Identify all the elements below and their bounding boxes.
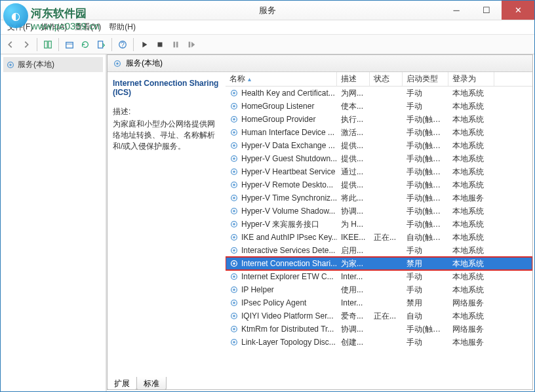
service-row[interactable]: Hyper-V Volume Shadow...协调...手动(触发...本地系…: [226, 205, 532, 218]
service-start-type: 禁用: [403, 298, 448, 309]
svg-rect-2: [66, 42, 73, 48]
help-button[interactable]: ?: [115, 37, 130, 52]
menu-action[interactable]: 操作(A): [38, 20, 69, 34]
svg-rect-8: [174, 41, 176, 47]
service-logon: 本地系统: [448, 206, 494, 217]
detail-desc-label: 描述:: [113, 106, 220, 117]
gear-icon: [229, 311, 239, 321]
service-row[interactable]: KtmRm for Distributed Tr...协调...手动(触发...…: [226, 323, 532, 336]
maximize-button[interactable]: ☐: [471, 1, 502, 20]
gear-icon: [113, 59, 122, 68]
svg-point-36: [233, 223, 235, 225]
service-start-type: 手动(触发...: [403, 127, 448, 138]
properties-button[interactable]: [62, 37, 77, 52]
service-row[interactable]: Interactive Services Dete...启用...手动本地系统: [226, 244, 532, 257]
service-name: Link-Layer Topology Disc...: [241, 338, 336, 347]
start-service-button[interactable]: [137, 37, 151, 52]
stop-service-button[interactable]: [153, 37, 167, 52]
service-name: Health Key and Certificat...: [241, 88, 335, 98]
service-start-type: 手动(触发...: [403, 180, 448, 191]
service-desc: 爱奇...: [337, 311, 370, 322]
service-desc: 创建...: [337, 337, 370, 348]
service-logon: 本地系统: [448, 127, 494, 138]
service-name: Hyper-V 来宾服务接口: [241, 219, 319, 230]
sort-arrow-icon: ▴: [248, 75, 251, 83]
service-desc: 协调...: [337, 324, 370, 335]
service-row[interactable]: IKE and AuthIP IPsec Key...IKEE...正在...自…: [226, 231, 532, 244]
menu-view[interactable]: 查看(V): [72, 20, 104, 34]
svg-point-52: [233, 328, 235, 330]
column-start[interactable]: 启动类型: [403, 72, 448, 86]
service-name: Hyper-V Heartbeat Service: [241, 167, 335, 176]
service-start-type: 手动: [403, 101, 448, 112]
forward-button[interactable]: [19, 37, 33, 52]
service-row[interactable]: Human Interface Device ...激活...手动(触发...本…: [226, 126, 532, 139]
service-row[interactable]: Internet Connection Shari...为家...禁用本地系统: [226, 257, 532, 270]
service-row[interactable]: IQIYI Video Platform Ser...爱奇...正在...自动本…: [226, 309, 532, 323]
svg-point-54: [233, 341, 235, 343]
service-desc: 执行...: [337, 114, 370, 125]
service-start-type: 手动(触发...: [403, 167, 448, 178]
service-logon: 本地服务: [448, 337, 494, 348]
back-button[interactable]: [3, 37, 18, 52]
svg-point-38: [233, 236, 235, 239]
service-desc: IKEE...: [337, 233, 370, 242]
service-row[interactable]: Hyper-V 来宾服务接口为 H...手动(触发...本地系统: [226, 218, 532, 231]
refresh-button[interactable]: [78, 37, 92, 52]
service-row[interactable]: Health Key and Certificat...为网...手动本地系统: [226, 87, 532, 100]
export-button[interactable]: [94, 37, 108, 52]
service-start-type: 手动(触发...: [403, 219, 448, 230]
minimize-button[interactable]: ─: [441, 1, 471, 20]
gear-icon: [229, 141, 239, 150]
service-row[interactable]: Internet Explorer ETW C...Inter...手动本地系统: [226, 270, 532, 283]
service-start-type: 自动: [403, 311, 448, 322]
view-tabs: 扩展 标准: [107, 377, 166, 390]
show-hide-button[interactable]: [41, 37, 55, 52]
gear-icon: [229, 246, 239, 255]
tab-extended[interactable]: 扩展: [107, 377, 137, 390]
service-desc: 使本...: [337, 101, 370, 112]
column-logon[interactable]: 登录为: [448, 72, 494, 86]
svg-point-48: [233, 302, 235, 304]
menu-help[interactable]: 帮助(H): [106, 20, 138, 34]
service-row[interactable]: Hyper-V Remote Deskto...提供...手动(触发...本地系…: [226, 178, 532, 191]
service-row[interactable]: IPsec Policy AgentInter...禁用网络服务: [226, 296, 532, 309]
service-row[interactable]: HomeGroup Provider执行...手动(触发...本地系统: [226, 113, 532, 126]
service-row[interactable]: HomeGroup Listener使本...手动本地系统: [226, 100, 532, 113]
svg-point-34: [233, 210, 235, 212]
service-logon: 本地系统: [448, 88, 494, 99]
gear-icon: [229, 167, 239, 176]
column-name[interactable]: 名称▴: [226, 72, 337, 86]
restart-service-button[interactable]: [184, 37, 199, 52]
service-logon: 本地系统: [448, 167, 494, 178]
detail-panel: Internet Connection Sharing (ICS) 描述: 为家…: [108, 72, 226, 389]
pause-service-button[interactable]: [168, 37, 183, 52]
svg-rect-10: [189, 41, 191, 47]
service-row[interactable]: Hyper-V Time Synchroniz...将此...手动(触发...本…: [226, 191, 532, 205]
service-name: Hyper-V Volume Shadow...: [241, 206, 335, 216]
service-name: Internet Connection Shari...: [241, 259, 337, 268]
service-status: 正在...: [370, 311, 403, 322]
svg-point-42: [233, 262, 235, 265]
service-row[interactable]: Hyper-V Data Exchange ...提供...手动(触发...本地…: [226, 139, 532, 152]
column-status[interactable]: 状态: [370, 72, 403, 86]
svg-rect-1: [49, 41, 51, 48]
service-row[interactable]: IP Helper使用...手动本地系统: [226, 283, 532, 296]
tree-root-services[interactable]: 服务(本地): [3, 57, 103, 72]
service-row[interactable]: Link-Layer Topology Disc...创建...手动本地服务: [226, 336, 532, 349]
list-body[interactable]: Health Key and Certificat...为网...手动本地系统H…: [226, 87, 532, 389]
service-logon: 本地系统: [448, 153, 494, 165]
svg-point-40: [233, 249, 235, 252]
svg-point-18: [233, 105, 235, 108]
pane-header-title: 服务(本地): [126, 58, 163, 69]
service-row[interactable]: Hyper-V Guest Shutdown...提供...手动(触发...本地…: [226, 152, 532, 165]
svg-point-46: [233, 288, 235, 291]
services-list: 名称▴ 描述 状态 启动类型 登录为 Health Key and Certif…: [226, 72, 532, 389]
close-button[interactable]: ✕: [502, 1, 534, 20]
column-desc[interactable]: 描述: [337, 72, 370, 86]
service-row[interactable]: Hyper-V Heartbeat Service通过...手动(触发...本地…: [226, 165, 532, 178]
service-logon: 本地系统: [448, 114, 494, 125]
service-logon: 本地系统: [448, 219, 494, 230]
tab-standard[interactable]: 标准: [136, 377, 167, 390]
menu-file[interactable]: 文件(F): [5, 20, 35, 34]
